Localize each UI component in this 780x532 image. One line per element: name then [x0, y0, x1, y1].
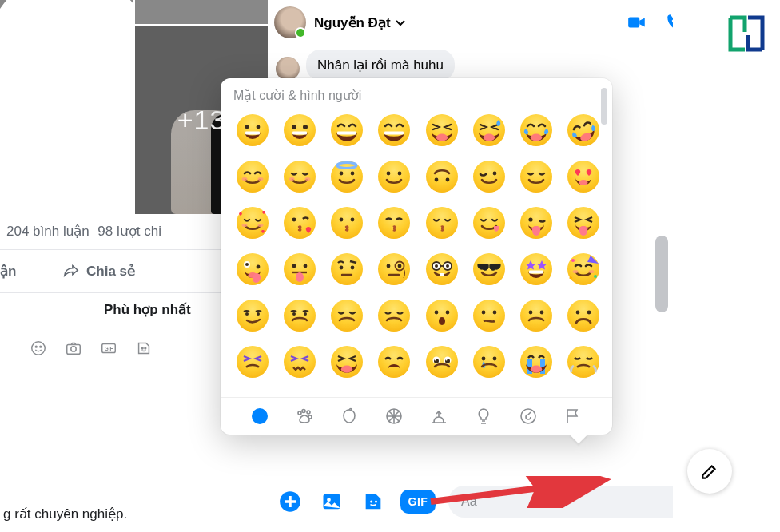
emoji-pleading[interactable] [421, 341, 462, 383]
composer-emoji-icon[interactable] [22, 332, 54, 364]
emoji-party[interactable] [563, 248, 604, 290]
chat-avatar[interactable] [274, 6, 306, 38]
composer-sticker-icon[interactable] [128, 332, 160, 364]
emoji-cold[interactable] [516, 387, 557, 397]
svg-rect-106 [529, 271, 543, 274]
emoji-kissing-smile[interactable] [374, 202, 415, 244]
emoji-frowning[interactable] [563, 295, 604, 336]
emoji-scream[interactable] [563, 387, 604, 397]
svg-rect-33 [384, 132, 404, 135]
tab-symbols[interactable] [515, 403, 542, 430]
emoji-unamused[interactable] [279, 295, 320, 336]
svg-point-187 [307, 411, 310, 414]
emoji-category-tabs [221, 397, 612, 435]
emoji-sunglasses[interactable] [468, 248, 509, 290]
emoji-grinning-big[interactable] [279, 109, 320, 151]
incoming-bubble[interactable]: Nhân lại rồi mà huhu [306, 50, 455, 81]
emoji-grinning[interactable] [232, 109, 273, 151]
emoji-smile[interactable] [232, 156, 273, 197]
emoji-disappointed[interactable] [327, 295, 368, 336]
svg-point-17 [375, 500, 377, 502]
tab-animals[interactable] [291, 403, 318, 430]
video-call-button[interactable] [622, 7, 652, 38]
comment-action-button[interactable]: ận [0, 250, 48, 292]
emoji-grinning-smile[interactable] [327, 109, 368, 151]
svg-point-110 [571, 259, 575, 262]
emoji-triumph[interactable] [563, 341, 604, 383]
emoji-tongue-squint[interactable] [563, 202, 604, 244]
emoji-monocle[interactable] [374, 248, 415, 290]
emoji-kissing-closed[interactable] [421, 202, 462, 244]
svg-point-134 [237, 346, 269, 378]
photo-button[interactable] [317, 487, 346, 516]
emoji-dizzy[interactable] [374, 387, 415, 397]
emoji-scroll-thumb[interactable] [601, 88, 607, 125]
tab-flags[interactable] [559, 403, 587, 430]
svg-point-61 [567, 161, 599, 193]
tab-objects[interactable] [470, 403, 497, 430]
tab-food[interactable] [336, 403, 363, 430]
emoji-flushed[interactable] [421, 387, 462, 397]
emoji-halo[interactable] [327, 156, 368, 197]
emoji-kissing[interactable] [327, 202, 368, 244]
svg-point-56 [445, 178, 449, 182]
svg-point-53 [387, 172, 391, 176]
emoji-angry[interactable] [232, 387, 273, 397]
composer-gif-icon[interactable]: GIF [93, 332, 125, 364]
emoji-nerd[interactable] [421, 248, 462, 290]
emoji-heart-eyes[interactable] [563, 156, 604, 197]
emoji-cry[interactable] [468, 341, 509, 383]
svg-point-120 [378, 300, 410, 332]
emoji-persevere[interactable] [232, 341, 273, 383]
photo-1[interactable] [0, 0, 133, 214]
emoji-tired[interactable] [327, 341, 368, 383]
emoji-relieved[interactable] [516, 156, 557, 197]
gif-button[interactable]: GIF [400, 490, 436, 514]
emoji-confused[interactable] [468, 295, 509, 336]
photo-2[interactable] [135, 0, 268, 24]
emoji-exploding[interactable] [327, 387, 368, 397]
emoji-frown-slight[interactable] [516, 295, 557, 336]
emoji-star-struck[interactable] [516, 248, 557, 290]
tab-smileys[interactable] [246, 403, 273, 430]
emoji-raised-brow[interactable] [327, 248, 368, 290]
scroll-thumb[interactable] [655, 236, 668, 312]
emoji-crazy[interactable] [232, 248, 273, 290]
emoji-tongue-out[interactable] [279, 248, 320, 290]
chat-contact-name[interactable]: Nguyễn Đạt [314, 14, 614, 31]
emoji-worried[interactable] [421, 295, 462, 336]
emoji-upside-down[interactable] [421, 156, 462, 197]
emoji-blush[interactable] [279, 156, 320, 197]
emoji-weary[interactable] [374, 341, 415, 383]
emoji-pensive[interactable] [374, 295, 415, 336]
emoji-tongue-wink-right[interactable] [516, 202, 557, 244]
new-message-button[interactable] [687, 449, 732, 494]
emoji-joy-tears[interactable] [516, 109, 557, 151]
composer-camera-icon[interactable] [58, 332, 90, 364]
emoji-beaming[interactable] [374, 109, 415, 151]
emoji-squinting-laugh[interactable] [421, 109, 462, 151]
emoji-sweat-laugh[interactable] [468, 109, 509, 151]
sticker-button[interactable] [359, 487, 388, 516]
emoji-rofl[interactable] [563, 109, 604, 151]
emoji-kiss-heart[interactable] [279, 202, 320, 244]
chat-scrollbar[interactable] [652, 0, 670, 468]
emoji-wink[interactable] [468, 156, 509, 197]
emoji-sob[interactable] [516, 341, 557, 383]
tab-activity[interactable] [380, 403, 408, 430]
emoji-smirk[interactable] [232, 295, 273, 336]
emoji-confounded[interactable] [279, 341, 320, 383]
emoji-hot[interactable] [468, 387, 509, 397]
svg-point-24 [256, 125, 260, 129]
tab-travel[interactable] [425, 403, 452, 430]
add-more-button[interactable] [276, 487, 304, 516]
emoji-yum[interactable] [468, 202, 509, 244]
svg-point-67 [292, 218, 296, 222]
emoji-hearts-around[interactable] [232, 202, 273, 244]
share-action-button[interactable]: Chia sẻ [48, 250, 149, 292]
comments-count[interactable]: 204 bình luận [6, 224, 90, 239]
emoji-rage[interactable] [279, 387, 320, 397]
message-avatar[interactable] [276, 57, 300, 81]
emoji-slight-smile[interactable] [374, 156, 415, 197]
shares-count[interactable]: 98 lượt chi [98, 224, 161, 239]
